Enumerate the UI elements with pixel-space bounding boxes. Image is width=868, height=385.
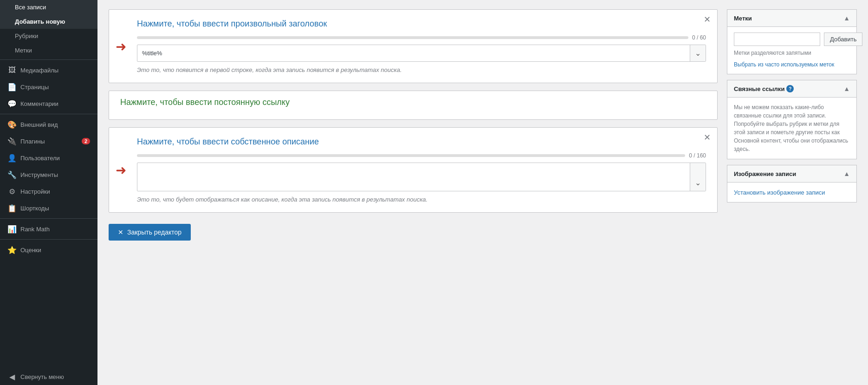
tags-add-button[interactable]: Добавить — [824, 33, 862, 46]
related-links-text: Мы не можем показать какие-либо связанны… — [734, 103, 850, 153]
tools-icon: 🔧 — [7, 170, 17, 179]
plugins-badge: 2 — [82, 138, 90, 144]
sidebar-item-plugins[interactable]: 🔌 Плагины 2 — [0, 133, 97, 150]
description-card: ➜ Нажмите, чтобы ввести собственное опис… — [109, 127, 718, 213]
sidebar-item-categories[interactable]: Рубрики — [0, 29, 97, 43]
settings-icon: ⚙ — [7, 187, 17, 196]
sidebar-item-tools[interactable]: 🔧 Инструменты — [0, 166, 97, 183]
permalink-heading[interactable]: Нажмите, чтобы ввести постоянную ссылку — [120, 98, 706, 107]
desc-progress-row: 0 / 160 — [137, 152, 706, 159]
tags-widget-toggle[interactable]: ▲ — [843, 14, 850, 22]
description-heading[interactable]: Нажмите, чтобы ввести собственное описан… — [137, 137, 706, 147]
right-sidebar: Метки ▲ Добавить Метки разделяются запят… — [727, 9, 857, 376]
title-progress-row: 0 / 60 — [137, 34, 706, 41]
title-hint: Это то, что появится в первой строке, ко… — [137, 66, 706, 73]
permalink-card: Нажмите, чтобы ввести постоянную ссылку — [109, 91, 718, 120]
featured-image-title: Изображение записи — [734, 170, 796, 177]
related-links-body: Мы не можем показать какие-либо связанны… — [727, 98, 856, 159]
title-progress-bar-bg — [137, 36, 688, 39]
main-content: ➜ Нажмите, чтобы ввести произвольный заг… — [97, 0, 868, 385]
featured-image-toggle[interactable]: ▲ — [843, 170, 850, 177]
desc-progress-bar-bg — [137, 154, 685, 157]
arrow-indicator-title: ➜ — [116, 39, 126, 54]
center-column: ➜ Нажмите, чтобы ввести произвольный заг… — [109, 9, 718, 376]
arrow-indicator-desc: ➜ — [116, 163, 126, 178]
related-links-title: Связные ссылки — [734, 85, 784, 92]
shortcodes-icon: 📋 — [7, 203, 17, 213]
tags-widget-body: Добавить Метки разделяются запятыми Выбр… — [727, 27, 856, 74]
set-featured-image-link[interactable]: Установить изображение записи — [734, 189, 825, 196]
sidebar-item-ratings[interactable]: ⭐ Оценки — [0, 241, 97, 258]
description-textarea[interactable] — [137, 163, 690, 191]
comments-icon: 💬 — [7, 99, 17, 108]
sidebar-item-shortcodes[interactable]: 📋 Шорткоды — [0, 200, 97, 216]
close-title-card-button[interactable]: ✕ — [704, 15, 711, 24]
sidebar-item-comments[interactable]: 💬 Комментарии — [0, 95, 97, 112]
sidebar-item-rankmath[interactable]: 📊 Rank Math — [0, 221, 97, 237]
related-links-widget: Связные ссылки ? ▲ Мы не можем показать … — [727, 80, 857, 159]
tags-widget-title: Метки — [734, 15, 752, 22]
sidebar-item-pages[interactable]: 📄 Страницы — [0, 78, 97, 95]
sidebar: Все записи Добавить новую Рубрики Метки … — [0, 0, 97, 385]
featured-image-widget: Изображение записи ▲ Установить изображе… — [727, 165, 857, 202]
description-input-row: ⌄ — [137, 163, 706, 191]
description-hint: Это то, что будет отображаться как описа… — [137, 196, 706, 203]
sidebar-item-all-posts[interactable]: Все записи — [0, 0, 97, 14]
sidebar-item-tags[interactable]: Метки — [0, 43, 97, 58]
tags-input[interactable] — [734, 33, 820, 46]
close-editor-button[interactable]: ✕ Закрыть редактор — [109, 224, 191, 241]
ratings-icon: ⭐ — [7, 245, 17, 254]
description-dropdown-button[interactable]: ⌄ — [690, 163, 706, 191]
sidebar-item-settings[interactable]: ⚙ Настройки — [0, 183, 97, 200]
rankmath-icon: 📊 — [7, 224, 17, 234]
title-progress-text: 0 / 60 — [692, 34, 706, 41]
title-input[interactable] — [137, 46, 690, 60]
close-description-card-button[interactable]: ✕ — [704, 133, 711, 142]
desc-progress-text: 0 / 160 — [689, 152, 706, 159]
appearance-icon: 🎨 — [7, 120, 17, 129]
featured-image-header: Изображение записи ▲ — [727, 165, 856, 183]
featured-image-body: Установить изображение записи — [727, 183, 856, 202]
tags-widget: Метки ▲ Добавить Метки разделяются запят… — [727, 9, 857, 74]
close-editor-icon: ✕ — [118, 228, 123, 236]
sidebar-item-media[interactable]: 🖼 Медиафайлы — [0, 62, 97, 78]
seo-title-heading[interactable]: Нажмите, чтобы ввести произвольный загол… — [137, 19, 706, 29]
collapse-icon: ◀ — [7, 372, 17, 381]
close-editor-container: ✕ Закрыть редактор — [109, 220, 718, 241]
related-links-header: Связные ссылки ? ▲ — [727, 80, 856, 98]
title-dropdown-button[interactable]: ⌄ — [690, 45, 706, 61]
sidebar-item-collapse[interactable]: ◀ Свернуть меню — [0, 368, 97, 385]
related-links-toggle[interactable]: ▲ — [843, 85, 850, 92]
tags-input-row: Добавить — [734, 33, 850, 46]
sidebar-item-appearance[interactable]: 🎨 Внешний вид — [0, 116, 97, 133]
plugins-icon: 🔌 — [7, 137, 17, 146]
title-input-row: ⌄ — [137, 45, 706, 62]
close-editor-label: Закрыть редактор — [127, 228, 181, 236]
sidebar-item-add-new[interactable]: Добавить новую — [0, 14, 97, 29]
tags-hint: Метки разделяются запятыми — [734, 50, 850, 56]
pages-icon: 📄 — [7, 82, 17, 91]
related-links-help-icon[interactable]: ? — [786, 85, 794, 92]
users-icon: 👤 — [7, 153, 17, 163]
sidebar-item-users[interactable]: 👤 Пользователи — [0, 150, 97, 166]
media-icon: 🖼 — [7, 65, 17, 75]
tags-widget-header: Метки ▲ — [727, 10, 856, 27]
tags-popular-link[interactable]: Выбрать из часто используемых меток — [734, 61, 834, 68]
seo-title-card: ➜ Нажмите, чтобы ввести произвольный заг… — [109, 9, 718, 83]
